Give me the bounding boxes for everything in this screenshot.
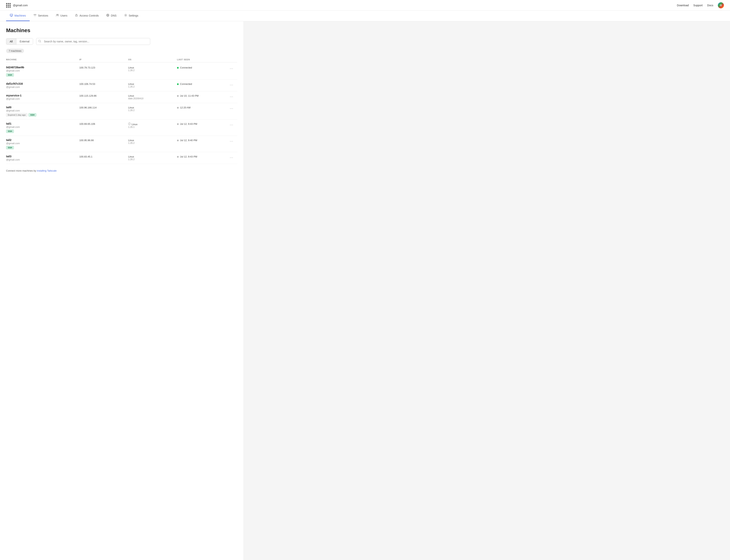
- main-content: Machines All External 7 machines MACHINE…: [0, 21, 243, 560]
- status-cell: Jul 12, 9:43 PM: [177, 122, 226, 125]
- top-bar-left: @gmail.com: [6, 3, 28, 8]
- os-name: Linux: [128, 83, 177, 85]
- filter-buttons: All External: [6, 38, 33, 45]
- footer-prefix: Connect more machines by: [6, 169, 37, 172]
- machine-owner: @gmail.com: [6, 86, 79, 88]
- os-version: date.20200410: [128, 97, 177, 100]
- nav-item-services[interactable]: Services: [30, 11, 52, 21]
- col-header-os: OS: [128, 58, 177, 61]
- status-cell: Jul 10, 11:43 PM: [177, 94, 226, 97]
- os-cell: Linux 1.26.1: [128, 122, 177, 128]
- user-avatar[interactable]: G: [718, 2, 724, 8]
- filter-all-button[interactable]: All: [6, 38, 16, 45]
- os-name: Linux: [128, 123, 177, 126]
- status-dot: [177, 67, 179, 69]
- lock-icon: [75, 14, 78, 17]
- machine-name: 0d248728ae9b: [6, 66, 79, 69]
- os-cell: Linux 1.26.2: [128, 106, 177, 112]
- status-dot: [177, 83, 179, 85]
- download-link[interactable]: Download: [677, 4, 689, 7]
- nav-item-machines[interactable]: Machines: [6, 11, 30, 21]
- svg-point-14: [125, 15, 126, 16]
- os-name: Linux: [128, 155, 177, 158]
- more-options-button[interactable]: ···: [226, 66, 237, 71]
- machine-cell: 0d248728ae9b @gmail.com SSH: [6, 66, 79, 77]
- status-cell: Connected: [177, 66, 226, 69]
- machine-cell: tail0 @gmail.com Expired 1 day agoSSH: [6, 106, 79, 117]
- table-row: tail0 @gmail.com Expired 1 day agoSSH 10…: [6, 103, 237, 119]
- table-row: myservice-1 @gmail.com 100.115.129.86 Li…: [6, 91, 237, 103]
- users-icon: [56, 14, 59, 17]
- svg-point-4: [35, 16, 35, 16]
- os-version: 1.26.2: [128, 109, 177, 112]
- machine-tags: Expired 1 day agoSSH: [6, 113, 79, 117]
- machine-owner: @gmail.com: [6, 142, 79, 145]
- filter-external-button[interactable]: External: [16, 38, 33, 45]
- gear-icon: [124, 14, 127, 17]
- nav-item-users[interactable]: Users: [52, 11, 71, 21]
- nav-item-access-controls[interactable]: Access Controls: [71, 11, 103, 21]
- nav-label-machines: Machines: [14, 14, 26, 17]
- machine-name: tail0: [6, 106, 79, 109]
- os-version: 1.26.2: [128, 158, 177, 161]
- status-dot: [177, 123, 179, 125]
- nav-label-services: Services: [38, 14, 48, 17]
- last-seen-text: 12:20 AM: [180, 106, 191, 109]
- more-options-button[interactable]: ···: [226, 138, 237, 144]
- status-cell: Jul 12, 9:43 PM: [177, 155, 226, 158]
- support-link[interactable]: Support: [693, 4, 703, 7]
- table-row: daf1cf47c316 @gmail.com 100.106.74.53 Li…: [6, 80, 237, 91]
- last-seen-text: Connected: [180, 83, 192, 85]
- machine-tags: SSH: [6, 146, 79, 149]
- top-bar-right: Download Support Docs G: [677, 2, 724, 8]
- machine-owner: @gmail.com: [6, 97, 79, 100]
- col-header-actions: [226, 58, 237, 61]
- os-cell: Linux 1.26.2: [128, 138, 177, 144]
- svg-line-16: [40, 42, 41, 42]
- status-cell: 12:20 AM: [177, 106, 226, 109]
- nav-label-dns: DNS: [111, 14, 117, 17]
- os-name: Linux: [128, 106, 177, 109]
- machine-cell: tail3 @gmail.com: [6, 155, 79, 161]
- nav-item-dns[interactable]: DNS: [103, 11, 120, 21]
- more-options-button[interactable]: ···: [226, 155, 237, 160]
- update-icon: [128, 123, 131, 125]
- machine-tags: SSH: [6, 73, 79, 77]
- col-header-machine: MACHINE: [6, 58, 79, 61]
- status-cell: Jul 12, 9:40 PM: [177, 138, 226, 142]
- machine-cell: myservice-1 @gmail.com: [6, 94, 79, 100]
- svg-point-5: [56, 14, 57, 15]
- more-options-button[interactable]: ···: [226, 82, 237, 88]
- machine-name: tail3: [6, 155, 79, 158]
- install-tailscale-link[interactable]: installing Tailscale: [37, 169, 57, 172]
- app-grid-icon[interactable]: [6, 3, 11, 8]
- os-cell: Linux date.20200410: [128, 94, 177, 100]
- ip-cell: 100.115.129.86: [79, 94, 128, 97]
- top-bar: @gmail.com Download Support Docs G: [0, 0, 730, 11]
- os-version: 1.26.1: [128, 126, 177, 128]
- search-input[interactable]: [36, 38, 150, 45]
- os-name: Linux: [128, 66, 177, 69]
- more-options-button[interactable]: ···: [226, 94, 237, 99]
- table-header: MACHINE IP OS LAST SEEN: [6, 57, 237, 62]
- footer-text: Connect more machines by installing Tail…: [6, 169, 237, 172]
- machine-name: tail1: [6, 122, 79, 125]
- more-options-button[interactable]: ···: [226, 122, 237, 128]
- last-seen-text: Connected: [180, 66, 192, 69]
- nav-item-settings[interactable]: Settings: [120, 11, 142, 21]
- table-body: 0d248728ae9b @gmail.com SSH 100.79.73.12…: [6, 63, 237, 164]
- os-cell: Linux 1.26.2: [128, 66, 177, 72]
- os-cell: Linux 1.26.2: [128, 155, 177, 161]
- os-version: 1.26.2: [128, 142, 177, 144]
- machine-cell: tail2 @gmail.com SSH: [6, 138, 79, 149]
- status-cell: Connected: [177, 82, 226, 85]
- docs-link[interactable]: Docs: [707, 4, 713, 7]
- machines-icon: [10, 14, 13, 17]
- status-dot: [177, 156, 179, 158]
- svg-point-8: [76, 16, 77, 16]
- status-dot: [177, 95, 179, 97]
- last-seen-text: Jul 12, 9:43 PM: [180, 155, 197, 158]
- more-options-button[interactable]: ···: [226, 106, 237, 111]
- search-box: [36, 38, 150, 45]
- status-dot: [177, 140, 179, 141]
